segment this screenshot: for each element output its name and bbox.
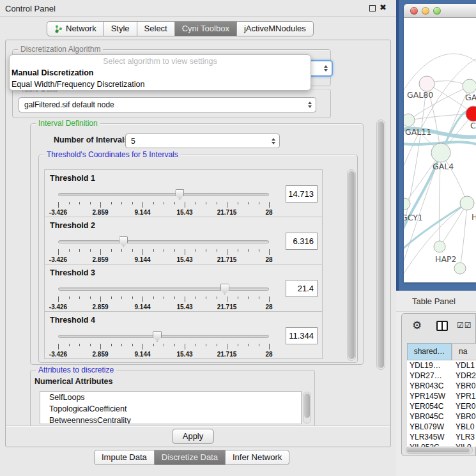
combo-stepper-icon [272,138,275,144]
slider-thumb-icon[interactable] [220,284,229,295]
node-gal80[interactable] [419,76,434,91]
tick-label: 2.859 [82,209,118,216]
tab-style[interactable]: Style [104,21,137,36]
split-columns-icon[interactable] [436,321,448,331]
table-data-combobox[interactable]: galFiltered.sif default node [19,97,316,112]
bottom-tab-impute-data[interactable]: Impute Data [94,450,155,465]
node-red-selected[interactable] [466,106,476,121]
slider-track[interactable] [58,288,269,291]
table-row[interactable]: YIL052CYIL0 [407,442,476,447]
threshold-value-field[interactable]: 6.316 [286,233,318,250]
group-title-attributes: Attributes to discretize [36,365,116,374]
numerical-attributes-list[interactable]: SelfLoopsTopologicalCoefficientBetweenne… [40,391,302,424]
threshold-value-field[interactable]: 11.344 [286,327,318,344]
table-panel-header: Table Panel [396,291,476,312]
bottom-tab-discretize-data[interactable]: Discretize Data [155,450,226,465]
node-gal4[interactable] [431,143,450,162]
table-row[interactable]: YBR043CYBR0 [407,381,476,391]
dropdown-option-manual[interactable]: Manual Discretization [10,67,311,79]
column-header-shared[interactable]: shared… [407,343,452,360]
tab-network-label: Network [66,22,96,36]
algorithm-dropdown-popup: Select algorithm to view settings Manual… [9,54,311,91]
tick-label: 21.715 [209,209,245,216]
attribute-item-betweennesscentrality[interactable]: BetweennessCentrality [40,415,301,424]
table-panel-title: Table Panel [412,296,456,306]
close-traffic-light[interactable] [410,7,418,15]
dropdown-placeholder-option[interactable]: Select algorithm to view settings [10,55,311,67]
attributes-group: Attributes to discretize Numerical Attri… [30,370,315,426]
node-h[interactable] [460,196,474,210]
table-row[interactable]: YDR27…YDR2 [407,371,476,381]
zoom-traffic-light[interactable] [433,7,441,15]
tab-select[interactable]: Select [137,21,175,36]
node-label-hap2: HAP2 [435,254,456,264]
slider-thumb-icon[interactable] [175,189,184,200]
tick-label: 28 [251,256,287,263]
tick-label: 28 [251,303,287,311]
group-title-interval-definition: Interval Definition [36,119,100,128]
settings-scrollbar[interactable] [376,119,385,370]
slider-track[interactable] [58,240,269,243]
number-of-intervals-label: Number of Intervals [54,135,128,144]
network-window-titlebar [404,4,476,18]
cell-shared-name: YER054C [407,401,452,411]
table-horizontal-scrollbar[interactable] [406,447,473,454]
bottom-tab-impute-data-label: Impute Data [102,450,147,464]
attributes-list-scrollbar[interactable] [303,392,311,424]
tab-cyni-toolbox[interactable]: Cyni Toolbox [175,21,237,36]
table-row[interactable]: YLR345WYLR3 [407,432,476,442]
close-icon[interactable]: ✖ [380,3,387,12]
threshold-slider[interactable]: -3.4262.8599.14415.4321.71528 [58,189,269,216]
tab-network[interactable]: Network [47,21,104,36]
tick-label: 2.859 [82,351,118,358]
network-canvas[interactable]: GAL80 GA C GAL11 GAL4 GCY1 H HAP2 [404,18,476,282]
node-hap2[interactable] [434,241,445,252]
threshold-panel-3: Threshold 3-3.4262.8599.14415.4321.71528… [44,264,323,312]
node-gal11[interactable] [404,114,415,127]
slider-thumb-icon[interactable] [153,331,162,342]
bottom-tab-infer-network[interactable]: Infer Network [226,450,289,465]
number-of-intervals-value: 5 [131,134,135,148]
node-label-c-clipped: C [470,121,476,130]
gear-icon[interactable]: ⚙ [412,319,422,332]
slider-track[interactable] [58,193,269,196]
slider-ticks [58,296,269,302]
threshold-value-field[interactable]: 21.4 [286,280,318,297]
table-row[interactable]: YPR145WYPR1 [407,391,476,401]
column-header-name[interactable]: na [452,343,476,360]
tick-label: 15.43 [167,256,203,263]
combo-stepper-icon [324,65,328,72]
threshold-slider[interactable]: -3.4262.8599.14415.4321.71528 [58,284,269,311]
node-label-gal80: GAL80 [407,90,433,100]
tab-jactivemnodules[interactable]: jActiveMNodules [237,21,314,36]
table-row[interactable]: YBR045CYBR0 [407,411,476,422]
table-row[interactable]: YDL19…YDL1 [407,360,476,371]
node-clipped-top-right[interactable] [463,79,476,93]
slider-ticks [58,249,269,255]
cell-shared-name: YDR27… [407,371,452,381]
dropdown-option-equal-width[interactable]: Equal Width/Frequency Discretization [10,79,311,90]
cell-shared-name: YDL19… [407,360,452,371]
threshold-slider[interactable]: -3.4262.8599.14415.4321.71528 [58,331,269,358]
attribute-item-selfloops[interactable]: SelfLoops [40,392,301,403]
control-panel: Control Panel ✖ NetworkStyleSelectCyni T… [0,0,396,476]
node-table[interactable]: shared… na YDL19…YDL1YDR27…YDR2YBR043CYB… [407,343,476,447]
node-bottom[interactable] [454,263,466,274]
apply-button[interactable]: Apply [172,429,214,444]
number-of-intervals-combobox[interactable]: 5 [125,134,280,148]
bottom-tab-bar: Impute DataDiscretize DataInfer Network [94,450,289,465]
checkbox-filter-icons[interactable]: ☑☑ [457,321,472,330]
slider-thumb-icon[interactable] [119,236,128,247]
attribute-item-topologicalcoefficient[interactable]: TopologicalCoefficient [40,403,301,415]
table-row[interactable]: YER054CYER0 [407,401,476,411]
float-window-icon[interactable] [369,5,376,12]
slider-track[interactable] [58,335,269,338]
cell-shared-name: YLR345W [407,432,452,442]
threshold-value-field[interactable]: 14.713 [286,185,318,203]
tick-label: 15.43 [167,351,203,358]
threshold-slider[interactable]: -3.4262.8599.14415.4321.71528 [58,236,269,263]
table-row[interactable]: YBL079WYBL0 [407,422,476,432]
minimize-traffic-light[interactable] [422,7,429,15]
group-title-discretization-algorithm: Discretization Algorithm [18,45,103,54]
thresholds-scrollbar[interactable] [347,169,356,361]
